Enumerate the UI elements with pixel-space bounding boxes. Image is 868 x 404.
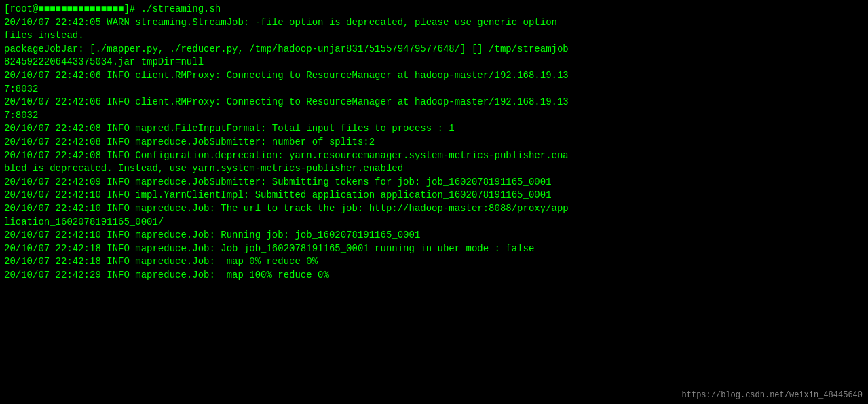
terminal-line: bled is deprecated. Instead, use yarn.sy… bbox=[4, 162, 864, 176]
watermark-label: https://blog.csdn.net/weixin_48445640 bbox=[682, 390, 863, 400]
terminal-line: 7:8032 bbox=[4, 83, 864, 96]
terminal-window: [root@■■■■■■■■■■■■■■■]# ./streaming.sh20… bbox=[0, 0, 868, 404]
terminal-line: 20/10/07 22:42:08 INFO mapreduce.JobSubm… bbox=[4, 136, 864, 149]
terminal-line: files instead. bbox=[4, 29, 864, 43]
terminal-line: 8245922206443375034.jar tmpDir=null bbox=[4, 56, 864, 69]
terminal-line: 7:8032 bbox=[4, 109, 864, 123]
terminal-line: 20/10/07 22:42:08 INFO mapred.FileInputF… bbox=[4, 122, 864, 136]
terminal-line: 20/10/07 22:42:18 INFO mapreduce.Job: ma… bbox=[4, 255, 864, 269]
terminal-line: [root@■■■■■■■■■■■■■■■]# ./streaming.sh bbox=[4, 3, 864, 16]
terminal-line: 20/10/07 22:42:06 INFO client.RMProxy: C… bbox=[4, 69, 864, 83]
terminal-line: 20/10/07 22:42:10 INFO mapreduce.Job: Th… bbox=[4, 202, 864, 216]
terminal-output: [root@■■■■■■■■■■■■■■■]# ./streaming.sh20… bbox=[4, 3, 864, 282]
terminal-line: 20/10/07 22:42:10 INFO impl.YarnClientIm… bbox=[4, 189, 864, 202]
terminal-line: 20/10/07 22:42:18 INFO mapreduce.Job: Jo… bbox=[4, 242, 864, 256]
terminal-line: 20/10/07 22:42:08 INFO Configuration.dep… bbox=[4, 149, 864, 163]
terminal-line: 20/10/07 22:42:06 INFO client.RMProxy: C… bbox=[4, 96, 864, 109]
terminal-line: 20/10/07 22:42:09 INFO mapreduce.JobSubm… bbox=[4, 176, 864, 189]
terminal-line: 20/10/07 22:42:05 WARN streaming.StreamJ… bbox=[4, 16, 864, 30]
terminal-line: lication_1602078191165_0001/ bbox=[4, 216, 864, 229]
terminal-line: 20/10/07 22:42:29 INFO mapreduce.Job: ma… bbox=[4, 269, 864, 282]
terminal-line: packageJobJar: [./mapper.py, ./reducer.p… bbox=[4, 43, 864, 56]
terminal-line: 20/10/07 22:42:10 INFO mapreduce.Job: Ru… bbox=[4, 229, 864, 242]
